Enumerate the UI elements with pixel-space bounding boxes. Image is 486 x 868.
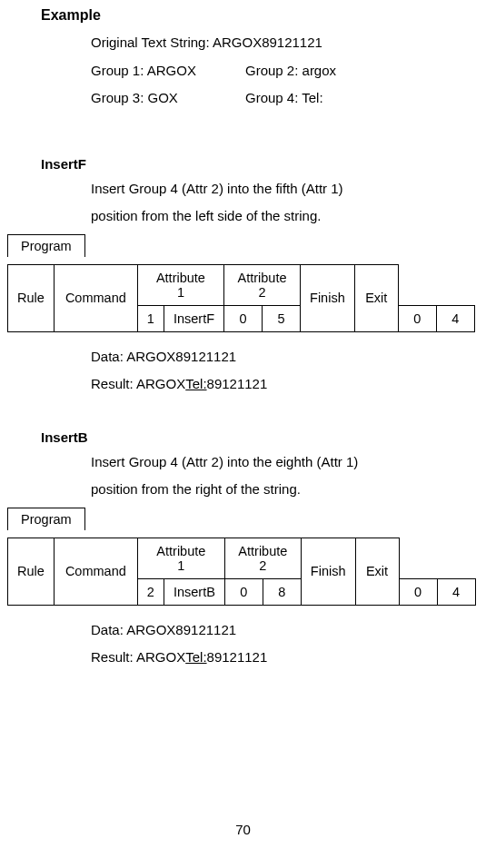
command-header: Command <box>54 538 137 605</box>
command-header: Command <box>54 264 137 331</box>
insertb-table: Rule Command Attribute1 Attribute2 Finis… <box>7 538 476 606</box>
insertb-result: Result: ARGOXTel:89121121 <box>91 647 450 668</box>
insertf-heading: InsertF <box>41 156 450 172</box>
insertf-table: Rule Command Attribute1 Attribute2 Finis… <box>7 264 475 332</box>
cell-rule: 2 <box>137 578 164 605</box>
insertf-result: Result: ARGOXTel:89121121 <box>91 374 450 395</box>
insertf-desc1: Insert Group 4 (Attr 2) into the fifth (… <box>91 179 450 200</box>
finish-header: Finish <box>301 538 355 605</box>
insertb-data: Data: ARGOX89121121 <box>91 620 450 641</box>
attr1-header: Attribute1 <box>137 538 224 578</box>
cell-a1b: 8 <box>263 578 301 605</box>
cell-a1a: 0 <box>224 305 263 331</box>
cell-rule: 1 <box>137 305 164 331</box>
rule-header: Rule <box>8 538 55 605</box>
attr2-header: Attribute2 <box>224 538 301 578</box>
page-number: 70 <box>0 822 486 837</box>
exit-header: Exit <box>354 264 398 331</box>
example-heading: Example <box>41 7 450 24</box>
cell-a1b: 5 <box>263 305 301 331</box>
original-string: Original Text String: ARGOX89121121 <box>91 33 450 54</box>
group2: Group 2: argox <box>245 61 336 82</box>
group3: Group 3: GOX <box>91 88 245 109</box>
exit-header: Exit <box>355 538 399 605</box>
cell-a2a: 0 <box>398 305 436 331</box>
rule-header: Rule <box>8 264 55 331</box>
cell-command: InsertF <box>164 305 223 331</box>
finish-header: Finish <box>301 264 355 331</box>
insertb-desc1: Insert Group 4 (Attr 2) into the eighth … <box>91 452 450 473</box>
attr2-header: Attribute2 <box>224 264 301 305</box>
insertf-data: Data: ARGOX89121121 <box>91 347 450 368</box>
group1: Group 1: ARGOX <box>91 61 245 82</box>
insertb-desc2: position from the right of the string. <box>91 479 450 500</box>
attr1-header: Attribute1 <box>137 264 223 305</box>
cell-a2a: 0 <box>399 578 437 605</box>
insertf-desc2: position from the left side of the strin… <box>91 206 450 227</box>
program-tab-b: Program <box>7 508 85 530</box>
insertb-heading: InsertB <box>41 429 450 445</box>
cell-a1a: 0 <box>224 578 263 605</box>
program-tab-f: Program <box>7 234 85 257</box>
cell-a2b: 4 <box>437 578 475 605</box>
cell-command: InsertB <box>164 578 224 605</box>
cell-a2b: 4 <box>436 305 474 331</box>
group4: Group 4: Tel: <box>245 88 323 109</box>
